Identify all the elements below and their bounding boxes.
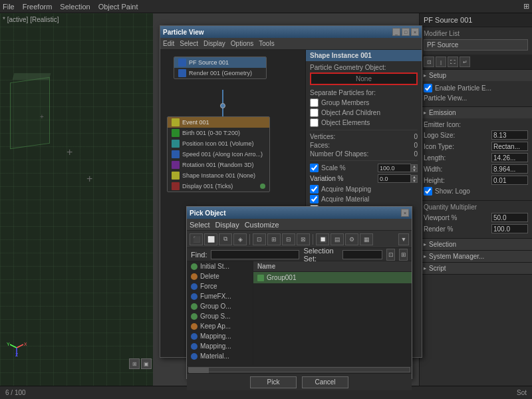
pv-menu-select[interactable]: Select xyxy=(180,40,198,47)
enable-particle-checkbox[interactable] xyxy=(424,84,432,92)
pick-tool-12[interactable]: ▦ xyxy=(360,233,373,245)
pick-menu-select[interactable]: Select xyxy=(190,221,210,229)
pick-object-dialog: Pick Object × Select Display Customize ⬛… xyxy=(186,206,412,379)
pick-tool-9[interactable]: 🔲 xyxy=(316,233,329,245)
quantity-section: Quantity Multiplier Viewport % Render % xyxy=(420,201,532,239)
pick-tool-2[interactable]: ⬜ xyxy=(204,233,217,245)
find-input[interactable] xyxy=(211,250,299,259)
pick-close-button[interactable]: × xyxy=(401,209,409,217)
pick-menu-display[interactable]: Display xyxy=(215,221,239,229)
pick-item-material[interactable]: Material... xyxy=(187,351,253,361)
selection-set-input[interactable] xyxy=(342,250,382,259)
pick-tool-11[interactable]: ⚙ xyxy=(345,233,358,245)
pv-menu-options[interactable]: Options xyxy=(231,40,253,47)
maximize-button[interactable]: □ xyxy=(402,28,410,36)
acquire-material-checkbox[interactable] xyxy=(310,195,319,203)
pick-tool-7[interactable]: ⊟ xyxy=(282,233,295,245)
icon-type-input[interactable] xyxy=(491,142,528,151)
pick-item-delete[interactable]: Delete xyxy=(187,271,253,281)
svg-line-0 xyxy=(17,344,23,348)
pick-tool-filter[interactable]: ▼ xyxy=(398,233,409,245)
pick-tool-6[interactable]: ⊞ xyxy=(267,233,281,245)
pick-tool-4[interactable]: ◈ xyxy=(233,233,247,245)
pick-tool-3[interactable]: ⧉ xyxy=(219,233,232,245)
pick-item-initial[interactable]: Initial St... xyxy=(187,261,253,271)
particle-geo-button[interactable]: None xyxy=(310,72,418,85)
rp-icon-2[interactable]: | xyxy=(436,57,446,67)
scale-input[interactable] xyxy=(378,164,411,172)
pv-menu-display[interactable]: Display xyxy=(203,40,225,47)
menu-object-paint[interactable]: Object Paint xyxy=(98,3,138,11)
logo-size-input[interactable] xyxy=(491,130,528,140)
length-input[interactable] xyxy=(491,153,528,162)
acquire-mapping-checkbox[interactable] xyxy=(310,185,319,194)
menu-extra[interactable]: ⊞ xyxy=(523,2,529,11)
pick-item-icon-1 xyxy=(191,273,198,280)
pick-button[interactable]: Pick xyxy=(250,376,297,388)
selection-section-header[interactable]: ▸ Selection xyxy=(420,239,532,250)
show-logo-checkbox[interactable] xyxy=(424,187,432,196)
viewport-icon-1[interactable]: ⊞ xyxy=(129,358,140,369)
pf-source-node[interactable]: PF Source 001 Render 001 (Geometry) xyxy=(174,57,267,79)
group-members-label: Group Members xyxy=(321,99,369,106)
close-button[interactable]: × xyxy=(411,28,419,36)
emission-section-header[interactable]: ▸ Emission xyxy=(420,107,532,118)
pick-object-group001[interactable]: Group001 xyxy=(253,272,412,283)
rp-icon-1[interactable]: ⊡ xyxy=(424,57,434,67)
birth-label: Birth 001 (0-30 T:200) xyxy=(182,130,240,136)
menu-file[interactable]: File xyxy=(3,3,15,11)
pick-item-force[interactable]: Force xyxy=(187,281,253,291)
pick-right-panel: Name Group001 xyxy=(253,261,412,365)
scrollbar-thumb[interactable] xyxy=(189,368,209,373)
enable-particle-label: Enable Particle E... xyxy=(435,84,491,92)
pick-tool-10[interactable]: ▤ xyxy=(331,233,344,245)
setup-section-header[interactable]: ▸ Setup xyxy=(420,70,532,81)
pick-tool-5[interactable]: ⊡ xyxy=(253,233,266,245)
render-pct-input[interactable] xyxy=(491,224,528,233)
pick-tool-1[interactable]: ⬛ xyxy=(190,233,203,245)
width-input[interactable] xyxy=(491,164,528,174)
minimize-button[interactable]: _ xyxy=(392,28,400,36)
rp-icon-3[interactable]: ⛶ xyxy=(448,57,458,67)
acquire-mapping-label: Acquire Mapping xyxy=(321,186,371,193)
pf-source-header: PF Source 001 xyxy=(174,57,266,68)
pick-item-group0[interactable]: Group O... xyxy=(187,301,253,311)
scale-checkbox[interactable] xyxy=(310,164,319,172)
event-node[interactable]: Event 001 Birth 001 (0-30 T:200) Positio… xyxy=(167,116,270,192)
system-manager-header[interactable]: ▸ System Manager... xyxy=(420,251,532,262)
find-btn-1[interactable]: ⊡ xyxy=(386,249,395,261)
menu-selection[interactable]: Selection xyxy=(60,3,90,11)
position-icon xyxy=(172,140,180,148)
pick-item-mapping1[interactable]: Mapping... xyxy=(187,341,253,351)
find-btn-2[interactable]: ⊞ xyxy=(399,249,408,261)
pv-menu-edit[interactable]: Edit xyxy=(163,40,174,47)
variation-down[interactable]: ▼ xyxy=(411,179,418,183)
group-members-checkbox[interactable] xyxy=(310,98,319,107)
menu-freeform[interactable]: Freeform xyxy=(23,3,53,11)
pick-item-group1[interactable]: Group S... xyxy=(187,311,253,321)
scrollbar-track[interactable] xyxy=(188,367,410,372)
cancel-button[interactable]: Cancel xyxy=(302,376,348,388)
position-row: Position Icon 001 (Volume) xyxy=(168,138,269,149)
pick-tool-8[interactable]: ⊠ xyxy=(297,233,310,245)
viewport-pct-input[interactable] xyxy=(491,213,528,222)
pick-item-keepap[interactable]: Keep Ap... xyxy=(187,321,253,331)
faces-value: 0 xyxy=(414,142,418,149)
pick-scrollbar[interactable] xyxy=(187,365,412,373)
height-input[interactable] xyxy=(491,176,528,185)
pick-menu-customize[interactable]: Customize xyxy=(245,221,279,229)
script-section-header[interactable]: ▸ Script xyxy=(420,263,532,274)
pick-object-icon-0 xyxy=(257,275,264,281)
object-children-checkbox[interactable] xyxy=(310,108,319,117)
pf-source-modifier[interactable]: PF Source xyxy=(424,39,528,51)
pick-item-mapping0[interactable]: Mapping... xyxy=(187,331,253,341)
pv-menu-tools[interactable]: Tools xyxy=(259,40,274,47)
pick-item-fumefx[interactable]: FumeFX... xyxy=(187,291,253,301)
particle-view-label: Particle View... xyxy=(424,94,467,102)
variation-input[interactable] xyxy=(378,174,411,183)
object-elements-checkbox[interactable] xyxy=(310,118,319,127)
viewport-icon-2[interactable]: ▣ xyxy=(141,358,152,369)
rp-icon-4[interactable]: ↵ xyxy=(460,57,470,67)
scale-down[interactable]: ▼ xyxy=(411,168,418,172)
variation-spinner: ▲ ▼ xyxy=(411,175,418,183)
